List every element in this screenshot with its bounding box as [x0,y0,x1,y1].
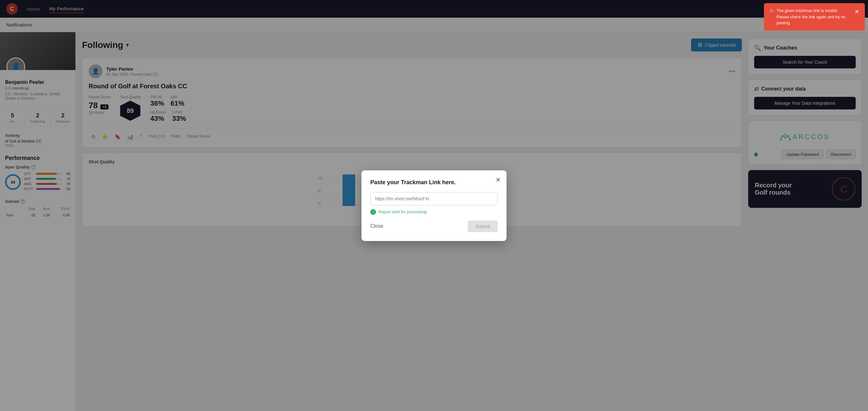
modal-close-button[interactable]: ✕ [496,176,501,184]
toast-close-button[interactable]: ✕ [855,7,859,16]
modal-submit-button[interactable]: Submit [468,220,498,232]
modal-title: Paste your Trackman Link here. [370,179,498,186]
modal-overlay[interactable]: Paste your Trackman Link here. ✕ ✓ Repor… [0,0,868,411]
toast-message: The given trackman link is invalid. Plea… [777,7,848,26]
success-check-icon: ✓ [370,209,376,215]
toast-warning-icon: ⚠ [770,7,773,14]
modal-success-message: ✓ Report sent for processing [370,209,498,215]
success-text: Report sent for processing [378,210,427,214]
trackman-link-input[interactable] [370,192,498,205]
modal-footer: Close Submit [370,220,498,232]
modal-close-text-button[interactable]: Close [370,223,383,229]
error-toast: ⚠ The given trackman link is invalid. Pl… [764,3,865,31]
trackman-modal: Paste your Trackman Link here. ✕ ✓ Repor… [362,170,506,241]
